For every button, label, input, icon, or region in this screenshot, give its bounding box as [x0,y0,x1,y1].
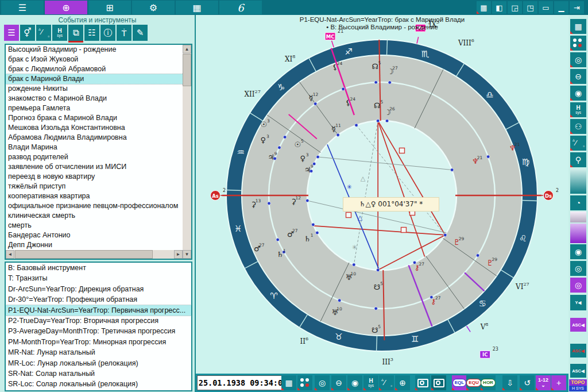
outer-north-node-glyph[interactable]: ☊ [372,62,378,71]
layout-left-panel-button[interactable]: ◧ [492,1,506,14]
y-rotate-button[interactable]: Y◀ [570,295,586,310]
instrument-item[interactable]: P2-TrueDay=YearTrop: Вторичная прогресси… [6,316,191,326]
aspects-config-button[interactable]: ▵∕▫ [570,136,586,151]
camera-light-button[interactable] [415,375,430,390]
angle-badge-ic[interactable]: IC [482,352,488,358]
edit-button[interactable]: ✎ [133,25,148,41]
persons-button[interactable]: ⚥ [20,25,35,41]
menu-button[interactable]: ☰ [1,1,44,14]
event-item[interactable]: Абрамова Людмила Владимировна [6,133,191,143]
instrument-item[interactable]: P3-AverageDay=MonthTrop: Третичная прогр… [6,326,191,336]
inner-venus-glyph[interactable]: ♀ [300,154,305,163]
chart-view-button[interactable]: ⊕ [45,1,87,14]
range-1-12-button[interactable]: 1-12⌄ [536,375,551,390]
instrument-item[interactable]: SR-Nat: Солар натальный [6,368,191,379]
asc-rotate-button-3[interactable]: ASC◀ [570,364,586,378]
event-item[interactable]: знакомство с Мариной Влади [6,94,191,103]
angle-badge-as[interactable]: As [212,193,219,199]
event-item[interactable]: премьера Гамлета [6,103,191,113]
outer-venus-glyph[interactable]: ♀ [261,136,266,144]
lens-button[interactable]: ◉ [347,375,362,390]
instrument-item[interactable]: SR-Loc: Солар локальный (релокация) [6,379,191,389]
instrument-item[interactable]: P1-EQU-Nat-ArcSun=YearTrop: Первичная пр… [6,305,191,316]
equ-button[interactable]: EQU [466,375,481,390]
camera-dark-button[interactable] [431,375,446,390]
zoom-chart-button[interactable]: ⚲ [570,152,586,167]
event-item[interactable]: развод родителей [6,152,191,162]
instrument-item[interactable]: T: Транзиты [6,273,191,283]
down-arrow-button[interactable]: ⇩ [502,375,517,390]
inner-saturn-glyph[interactable]: ♄ [304,235,311,243]
instrument-item[interactable]: Dr-30°=YearTrop: Профекция обратная [6,294,191,305]
instrument-item[interactable]: PM-MonthTrop=YearTrop: Минорная прогресс… [6,337,191,347]
info-button[interactable]: ⓘ [100,25,115,41]
house-system-button[interactable]: Hsys [52,25,67,41]
event-item[interactable]: кооперативная квартира [6,191,191,201]
eql-button[interactable]: EQL [452,375,467,390]
scroll-right-arrow[interactable]: ► [174,250,183,259]
outer-south-node-glyph[interactable]: ☋ [372,326,378,335]
layout-bottom-button[interactable]: ◳ [523,1,537,14]
event-item[interactable]: тяжёлый приступ [6,182,191,191]
points-display-button[interactable] [297,375,312,390]
double-chart-button[interactable]: ⚇ [570,119,586,134]
inner-south-node-glyph[interactable]: ☋ [374,283,381,291]
scroll-thumb[interactable] [15,250,153,259]
event-item[interactable]: Прогноз брака с Мариной Влади [6,113,191,123]
undo-button[interactable]: ↺ [520,375,535,390]
event-item[interactable]: рождение Никиты [6,84,191,94]
exit-button[interactable]: ⇥ [570,1,584,14]
asc-rotate-button-2[interactable]: ASC◀ [570,344,586,358]
lens-button[interactable]: ◉ [570,86,586,101]
event-item[interactable]: официальное признание певцом-профессиона… [6,201,191,211]
instrument-item[interactable]: Dr-ArcSun=YearTrop: Дирекция обратная [6,284,191,294]
angle-badge-ds[interactable]: Ds [545,193,552,199]
asc-rotate-button-1[interactable]: ASC◀ [570,318,586,332]
documents-button[interactable]: ⧉ [68,25,83,43]
event-item[interactable]: Влади Марина [6,143,191,152]
events-list[interactable]: Высоцкий Владимир - рождениебрак с Изой … [5,44,192,260]
layout-plain-button[interactable]: ▭ [539,1,553,14]
natal-biwheel-chart[interactable]: ♈♉♊♋♌♍♎♏♐♑♒♓△✳△✳☊5☊5☽27☽26⚸24⚸24☿12☿11☉3… [196,15,568,374]
cross-points-button[interactable]: + [551,375,566,390]
rotate-chart-button[interactable]: ⊖ [570,69,586,84]
rotate-chart-button[interactable]: ⊖ [331,375,346,390]
outer-sun-glyph[interactable]: ☉ [260,120,267,129]
event-item[interactable]: Депп Джонни [6,240,191,250]
instrument-item[interactable]: MR-Loc: Лунар локальный (релокация) [6,358,191,368]
minimize-button[interactable]: ▁ [554,1,568,14]
events-menu-button[interactable]: ☰ [4,25,19,41]
inner-jupiter-glyph[interactable]: ♃ [304,166,311,174]
event-item[interactable]: смерть [6,221,191,230]
event-item[interactable]: Бандерас Антонио [6,230,191,240]
scroll-up-arrow[interactable]: ▲ [183,45,191,53]
hor-button[interactable]: HOR [481,375,496,390]
house-system-button[interactable]: Hsys [570,102,586,117]
logo-button[interactable]: 6 [219,1,262,14]
instrument-item[interactable]: MR-Nat: Лунар натальный [6,347,191,358]
house-system-button[interactable]: Hsys [363,375,378,390]
event-item[interactable]: Высоцкий Владимир - рождение [6,45,191,55]
angle-badge-mc[interactable]: MC [326,34,335,40]
instruments-list[interactable]: B: Базовый инструментT: ТранзитыDr-ArcSu… [5,262,192,391]
event-item[interactable]: Мешкова Изольда Константиновна [6,123,191,133]
settings-button[interactable]: ⚙ [132,1,175,14]
transit-points-button[interactable]: Ṫ [117,25,131,41]
inner-sun-glyph[interactable]: ☉ [295,140,301,149]
windows-layout-button[interactable]: ⊞ [88,1,131,14]
ring-button-purple[interactable]: ◎ [570,278,586,293]
table-settings-button[interactable]: ▦ [281,375,296,390]
events-vertical-scrollbar[interactable]: ▲▼ [183,45,191,259]
grid-dots-button[interactable]: ▦ [477,1,491,14]
ring-display-button[interactable]: ◎ [570,52,586,67]
topo-button[interactable]: TOPOH SYS [569,379,587,391]
event-item[interactable]: брак с Людмилой Абрамовой [6,64,191,74]
outer-saturn-glyph[interactable]: ♄ [277,250,284,259]
event-item[interactable]: заявление об отчислении из МИСИ [6,162,191,172]
table-settings-button[interactable]: ▦ [570,19,586,34]
zodiac-wheel-button[interactable]: ⊕ [395,375,410,390]
event-item[interactable]: клиническая смерть [6,211,191,221]
scroll-thumb[interactable] [183,54,191,86]
instrument-item[interactable]: B: Базовый инструмент [6,263,191,273]
events-horizontal-scrollbar[interactable]: ◄► [6,250,183,259]
